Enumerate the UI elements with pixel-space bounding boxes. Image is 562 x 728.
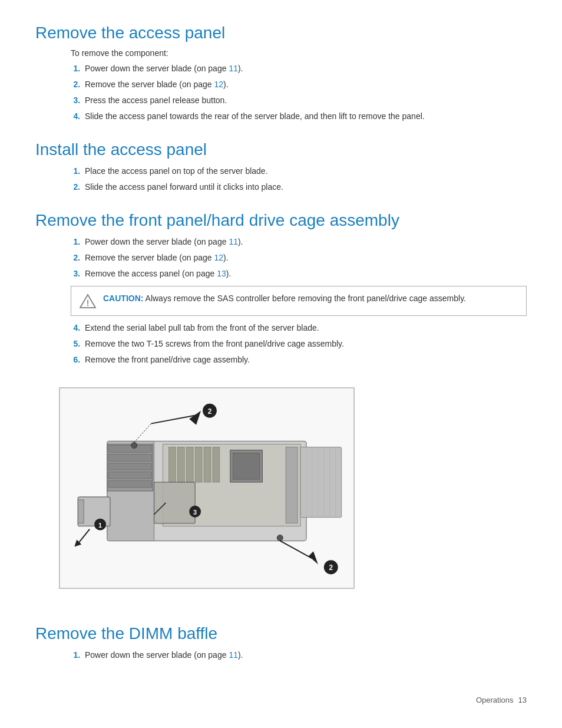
step-text-after: ). [238, 650, 243, 660]
section-intro-remove: To remove the component: [71, 48, 527, 58]
svg-rect-9 [108, 472, 152, 479]
step-item: Remove the server blade (on page 12). [82, 252, 527, 264]
footer: Operations 13 [476, 696, 527, 704]
step-item: Power down the server blade (on page 11)… [82, 62, 527, 75]
step-item: Remove the server blade (on page 12). [82, 78, 527, 91]
step-text: Remove the server blade (on page [85, 253, 214, 262]
svg-rect-15 [195, 447, 202, 482]
section-title-remove-front-panel: Remove the front panel/hard drive cage a… [35, 211, 527, 230]
steps-list-install-access: Place the access panel on top of the ser… [71, 165, 527, 193]
svg-rect-12 [168, 447, 176, 482]
svg-point-33 [277, 535, 283, 541]
svg-text:2: 2 [208, 407, 212, 416]
figure-svg: 1 2 [60, 388, 353, 588]
page-link[interactable]: 13 [217, 269, 226, 278]
svg-rect-8 [108, 463, 152, 470]
step-text: Remove the front panel/drive cage assemb… [85, 355, 250, 364]
step-item: Power down the server blade (on page 11)… [82, 649, 527, 661]
svg-text:!: ! [87, 298, 90, 308]
svg-text:2: 2 [329, 564, 333, 572]
section-title-install-access-panel: Install the access panel [35, 140, 527, 159]
page-link[interactable]: 11 [229, 237, 238, 246]
step-item: Slide the access panel towards the rear … [82, 110, 527, 123]
step-item: Press the access panel release button. [82, 94, 527, 107]
footer-section-label: Operations [476, 696, 514, 704]
caution-icon: ! [80, 293, 96, 309]
step-text: Power down the server blade (on page [85, 64, 229, 73]
svg-rect-7 [108, 454, 152, 461]
section-title-remove-access-panel: Remove the access panel [35, 24, 527, 42]
svg-text:1: 1 [98, 522, 102, 529]
caution-box: ! CAUTION: Always remove the SAS control… [71, 286, 527, 316]
svg-rect-38 [154, 482, 196, 523]
steps-list-remove-access: Power down the server blade (on page 11)… [71, 62, 527, 123]
page-wrapper: Remove the access panel To remove the co… [35, 24, 527, 704]
svg-point-27 [131, 442, 137, 448]
svg-rect-20 [286, 447, 297, 523]
step-text-after: ). [238, 64, 243, 73]
svg-rect-6 [108, 445, 152, 452]
step-text: Extend the serial label pull tab from th… [85, 323, 319, 332]
steps-list-dimm: Power down the server blade (on page 11)… [71, 649, 527, 661]
step-text: Slide the access panel forward until it … [85, 182, 283, 192]
step-text: Power down the server blade (on page [85, 237, 229, 246]
step-text: Power down the server blade (on page [85, 650, 229, 660]
footer-page-number: 13 [518, 696, 527, 704]
step-text: Place the access panel on top of the ser… [85, 166, 268, 176]
step-item: Place the access panel on top of the ser… [82, 165, 527, 177]
step-item: Slide the access panel forward until it … [82, 181, 527, 193]
step-text-after: ). [238, 237, 243, 246]
step-item: Remove the access panel (on page 13). [82, 268, 527, 280]
svg-rect-42 [300, 447, 342, 517]
caution-body: Always remove the SAS controller before … [146, 294, 466, 303]
caution-wrapper: ! CAUTION: Always remove the SAS control… [71, 286, 527, 316]
section-title-remove-dimm: Remove the DIMM baffle [35, 624, 527, 643]
svg-rect-17 [213, 447, 220, 482]
figure-container: 1 2 [59, 387, 355, 589]
svg-rect-13 [177, 447, 184, 482]
step-text-after: ). [223, 253, 229, 262]
step-text: Slide the access panel towards the rear … [85, 111, 425, 121]
svg-rect-19 [233, 453, 260, 479]
step-text-after: ). [223, 80, 229, 89]
page-link[interactable]: 11 [229, 64, 238, 73]
steps-list-front-panel-before: Power down the server blade (on page 11)… [71, 236, 527, 280]
caution-label: CAUTION: [103, 294, 143, 303]
steps-list-front-panel-after: Extend the serial label pull tab from th… [71, 322, 527, 366]
page-link[interactable]: 12 [214, 80, 223, 89]
figure-placeholder: 1 2 [59, 388, 354, 588]
svg-rect-14 [186, 447, 193, 482]
svg-rect-22 [78, 500, 84, 523]
page-link[interactable]: 11 [229, 650, 238, 660]
step-item: Remove the front panel/drive cage assemb… [82, 354, 527, 366]
svg-rect-10 [108, 480, 152, 487]
step-text: Remove the access panel (on page [85, 269, 217, 278]
step-item: Remove the two T-15 screws from the fron… [82, 338, 527, 350]
step-text: Remove the server blade (on page [85, 80, 214, 89]
step-text-after: ). [226, 269, 232, 278]
caution-text: CAUTION: Always remove the SAS controlle… [103, 292, 466, 305]
page-link[interactable]: 12 [214, 253, 223, 262]
step-text: Remove the two T-15 screws from the fron… [85, 339, 344, 348]
step-item: Power down the server blade (on page 11)… [82, 236, 527, 248]
svg-text:3: 3 [193, 509, 197, 516]
step-text: Press the access panel release button. [85, 95, 227, 105]
svg-rect-16 [204, 447, 211, 482]
step-item: Extend the serial label pull tab from th… [82, 322, 527, 334]
